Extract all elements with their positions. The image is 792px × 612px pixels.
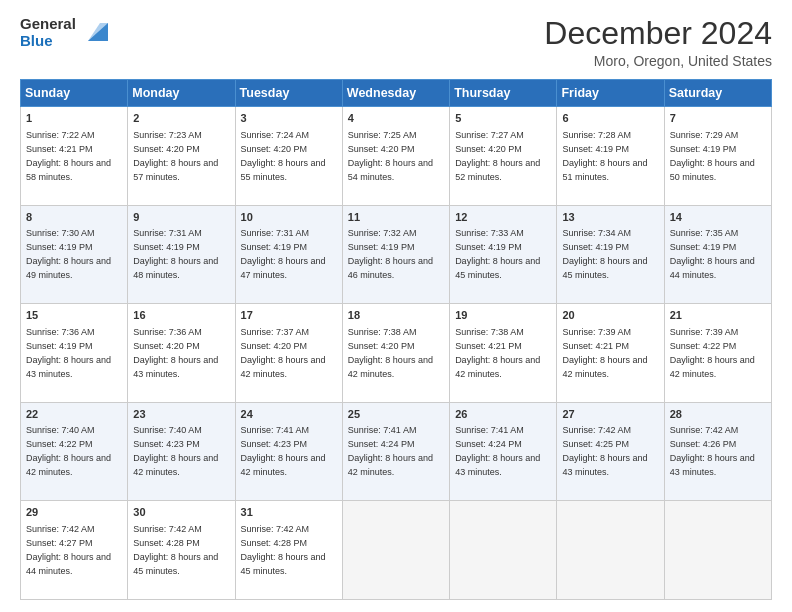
day-info: Sunrise: 7:22 AMSunset: 4:21 PMDaylight:… bbox=[26, 130, 111, 182]
calendar-cell bbox=[664, 501, 771, 600]
day-header-friday: Friday bbox=[557, 80, 664, 107]
calendar-cell: 22 Sunrise: 7:40 AMSunset: 4:22 PMDaylig… bbox=[21, 402, 128, 501]
day-number: 18 bbox=[348, 308, 444, 323]
day-number: 19 bbox=[455, 308, 551, 323]
logo-icon bbox=[80, 19, 108, 47]
calendar-week-row: 15 Sunrise: 7:36 AMSunset: 4:19 PMDaylig… bbox=[21, 304, 772, 403]
title-block: December 2024 Moro, Oregon, United State… bbox=[544, 16, 772, 69]
calendar-cell bbox=[557, 501, 664, 600]
logo-general: General bbox=[20, 16, 76, 33]
day-info: Sunrise: 7:34 AMSunset: 4:19 PMDaylight:… bbox=[562, 228, 647, 280]
logo-blue: Blue bbox=[20, 33, 76, 50]
header: General Blue December 2024 Moro, Oregon,… bbox=[20, 16, 772, 69]
calendar-cell: 10 Sunrise: 7:31 AMSunset: 4:19 PMDaylig… bbox=[235, 205, 342, 304]
day-number: 20 bbox=[562, 308, 658, 323]
day-header-sunday: Sunday bbox=[21, 80, 128, 107]
day-header-saturday: Saturday bbox=[664, 80, 771, 107]
calendar-table: SundayMondayTuesdayWednesdayThursdayFrid… bbox=[20, 79, 772, 600]
day-number: 11 bbox=[348, 210, 444, 225]
day-info: Sunrise: 7:31 AMSunset: 4:19 PMDaylight:… bbox=[241, 228, 326, 280]
day-number: 23 bbox=[133, 407, 229, 422]
calendar-cell: 9 Sunrise: 7:31 AMSunset: 4:19 PMDayligh… bbox=[128, 205, 235, 304]
day-info: Sunrise: 7:23 AMSunset: 4:20 PMDaylight:… bbox=[133, 130, 218, 182]
day-number: 21 bbox=[670, 308, 766, 323]
day-number: 30 bbox=[133, 505, 229, 520]
day-info: Sunrise: 7:39 AMSunset: 4:22 PMDaylight:… bbox=[670, 327, 755, 379]
calendar-cell: 19 Sunrise: 7:38 AMSunset: 4:21 PMDaylig… bbox=[450, 304, 557, 403]
day-info: Sunrise: 7:25 AMSunset: 4:20 PMDaylight:… bbox=[348, 130, 433, 182]
day-number: 12 bbox=[455, 210, 551, 225]
calendar-cell: 16 Sunrise: 7:36 AMSunset: 4:20 PMDaylig… bbox=[128, 304, 235, 403]
calendar-cell: 20 Sunrise: 7:39 AMSunset: 4:21 PMDaylig… bbox=[557, 304, 664, 403]
calendar-cell: 2 Sunrise: 7:23 AMSunset: 4:20 PMDayligh… bbox=[128, 107, 235, 206]
calendar-week-row: 1 Sunrise: 7:22 AMSunset: 4:21 PMDayligh… bbox=[21, 107, 772, 206]
calendar-cell: 31 Sunrise: 7:42 AMSunset: 4:28 PMDaylig… bbox=[235, 501, 342, 600]
day-info: Sunrise: 7:40 AMSunset: 4:23 PMDaylight:… bbox=[133, 425, 218, 477]
day-info: Sunrise: 7:38 AMSunset: 4:20 PMDaylight:… bbox=[348, 327, 433, 379]
calendar-cell: 3 Sunrise: 7:24 AMSunset: 4:20 PMDayligh… bbox=[235, 107, 342, 206]
day-info: Sunrise: 7:42 AMSunset: 4:25 PMDaylight:… bbox=[562, 425, 647, 477]
day-info: Sunrise: 7:35 AMSunset: 4:19 PMDaylight:… bbox=[670, 228, 755, 280]
day-header-thursday: Thursday bbox=[450, 80, 557, 107]
day-number: 16 bbox=[133, 308, 229, 323]
day-info: Sunrise: 7:41 AMSunset: 4:24 PMDaylight:… bbox=[455, 425, 540, 477]
logo: General Blue bbox=[20, 16, 108, 49]
day-info: Sunrise: 7:42 AMSunset: 4:28 PMDaylight:… bbox=[241, 524, 326, 576]
calendar-cell: 21 Sunrise: 7:39 AMSunset: 4:22 PMDaylig… bbox=[664, 304, 771, 403]
day-number: 2 bbox=[133, 111, 229, 126]
day-number: 14 bbox=[670, 210, 766, 225]
calendar-cell: 26 Sunrise: 7:41 AMSunset: 4:24 PMDaylig… bbox=[450, 402, 557, 501]
calendar-cell: 24 Sunrise: 7:41 AMSunset: 4:23 PMDaylig… bbox=[235, 402, 342, 501]
day-number: 17 bbox=[241, 308, 337, 323]
calendar-cell: 1 Sunrise: 7:22 AMSunset: 4:21 PMDayligh… bbox=[21, 107, 128, 206]
calendar-cell: 12 Sunrise: 7:33 AMSunset: 4:19 PMDaylig… bbox=[450, 205, 557, 304]
svg-marker-1 bbox=[88, 23, 108, 41]
calendar-cell: 6 Sunrise: 7:28 AMSunset: 4:19 PMDayligh… bbox=[557, 107, 664, 206]
calendar-cell bbox=[342, 501, 449, 600]
day-number: 9 bbox=[133, 210, 229, 225]
day-info: Sunrise: 7:37 AMSunset: 4:20 PMDaylight:… bbox=[241, 327, 326, 379]
day-info: Sunrise: 7:41 AMSunset: 4:23 PMDaylight:… bbox=[241, 425, 326, 477]
calendar-cell: 14 Sunrise: 7:35 AMSunset: 4:19 PMDaylig… bbox=[664, 205, 771, 304]
logo-text: General Blue bbox=[20, 16, 76, 49]
day-info: Sunrise: 7:40 AMSunset: 4:22 PMDaylight:… bbox=[26, 425, 111, 477]
day-info: Sunrise: 7:36 AMSunset: 4:19 PMDaylight:… bbox=[26, 327, 111, 379]
calendar-week-row: 29 Sunrise: 7:42 AMSunset: 4:27 PMDaylig… bbox=[21, 501, 772, 600]
day-info: Sunrise: 7:32 AMSunset: 4:19 PMDaylight:… bbox=[348, 228, 433, 280]
day-info: Sunrise: 7:42 AMSunset: 4:27 PMDaylight:… bbox=[26, 524, 111, 576]
day-info: Sunrise: 7:36 AMSunset: 4:20 PMDaylight:… bbox=[133, 327, 218, 379]
day-number: 31 bbox=[241, 505, 337, 520]
day-number: 22 bbox=[26, 407, 122, 422]
calendar-cell: 4 Sunrise: 7:25 AMSunset: 4:20 PMDayligh… bbox=[342, 107, 449, 206]
day-info: Sunrise: 7:42 AMSunset: 4:28 PMDaylight:… bbox=[133, 524, 218, 576]
day-header-wednesday: Wednesday bbox=[342, 80, 449, 107]
calendar-cell: 23 Sunrise: 7:40 AMSunset: 4:23 PMDaylig… bbox=[128, 402, 235, 501]
calendar-cell: 5 Sunrise: 7:27 AMSunset: 4:20 PMDayligh… bbox=[450, 107, 557, 206]
day-info: Sunrise: 7:28 AMSunset: 4:19 PMDaylight:… bbox=[562, 130, 647, 182]
day-info: Sunrise: 7:31 AMSunset: 4:19 PMDaylight:… bbox=[133, 228, 218, 280]
day-number: 1 bbox=[26, 111, 122, 126]
calendar-cell: 8 Sunrise: 7:30 AMSunset: 4:19 PMDayligh… bbox=[21, 205, 128, 304]
day-number: 8 bbox=[26, 210, 122, 225]
calendar-cell: 18 Sunrise: 7:38 AMSunset: 4:20 PMDaylig… bbox=[342, 304, 449, 403]
day-number: 26 bbox=[455, 407, 551, 422]
day-number: 5 bbox=[455, 111, 551, 126]
day-header-tuesday: Tuesday bbox=[235, 80, 342, 107]
day-header-monday: Monday bbox=[128, 80, 235, 107]
day-info: Sunrise: 7:41 AMSunset: 4:24 PMDaylight:… bbox=[348, 425, 433, 477]
calendar-cell: 7 Sunrise: 7:29 AMSunset: 4:19 PMDayligh… bbox=[664, 107, 771, 206]
calendar-cell: 27 Sunrise: 7:42 AMSunset: 4:25 PMDaylig… bbox=[557, 402, 664, 501]
calendar-header-row: SundayMondayTuesdayWednesdayThursdayFrid… bbox=[21, 80, 772, 107]
day-number: 3 bbox=[241, 111, 337, 126]
day-info: Sunrise: 7:39 AMSunset: 4:21 PMDaylight:… bbox=[562, 327, 647, 379]
calendar-cell: 30 Sunrise: 7:42 AMSunset: 4:28 PMDaylig… bbox=[128, 501, 235, 600]
day-number: 6 bbox=[562, 111, 658, 126]
calendar-cell: 17 Sunrise: 7:37 AMSunset: 4:20 PMDaylig… bbox=[235, 304, 342, 403]
day-number: 25 bbox=[348, 407, 444, 422]
calendar-week-row: 8 Sunrise: 7:30 AMSunset: 4:19 PMDayligh… bbox=[21, 205, 772, 304]
calendar-cell: 25 Sunrise: 7:41 AMSunset: 4:24 PMDaylig… bbox=[342, 402, 449, 501]
calendar-week-row: 22 Sunrise: 7:40 AMSunset: 4:22 PMDaylig… bbox=[21, 402, 772, 501]
page: General Blue December 2024 Moro, Oregon,… bbox=[0, 0, 792, 612]
day-info: Sunrise: 7:42 AMSunset: 4:26 PMDaylight:… bbox=[670, 425, 755, 477]
day-info: Sunrise: 7:29 AMSunset: 4:19 PMDaylight:… bbox=[670, 130, 755, 182]
